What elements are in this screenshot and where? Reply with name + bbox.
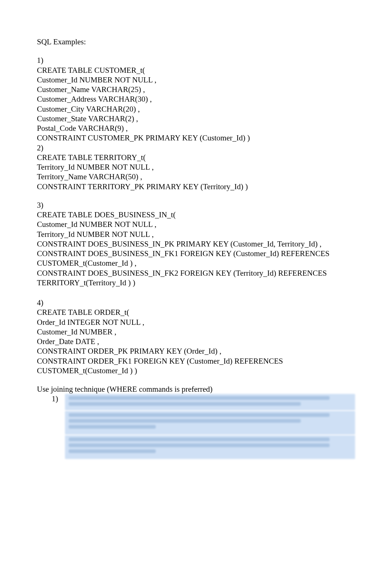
redacted-text-icon <box>65 435 355 459</box>
instruction-line: Use joining technique (WHERE commands is… <box>37 384 355 394</box>
spacer <box>37 288 355 298</box>
section-4-line: Order_Id INTEGER NOT NULL , <box>37 317 355 327</box>
section-3-line: Territory_Id NUMBER NOT NULL , <box>37 229 355 239</box>
section-2-line: CONSTRAINT TERRITORY_PK PRIMARY KEY (Ter… <box>37 182 355 191</box>
section-3-line: CONSTRAINT DOES_BUSINESS_IN_FK1 FOREIGN … <box>37 249 355 268</box>
section-4-num: 4) <box>37 298 355 307</box>
section-3-line: CONSTRAINT DOES_BUSINESS_IN_PK PRIMARY K… <box>37 239 355 249</box>
section-1-line: Customer_State VARCHAR(2) , <box>37 114 355 123</box>
list-item <box>52 435 355 459</box>
section-3-num: 3) <box>37 200 355 210</box>
section-3-line: Customer_Id NUMBER NOT NULL , <box>37 220 355 229</box>
section-1-line: Customer_Id NUMBER NOT NULL , <box>37 75 355 85</box>
section-4-line: CONSTRAINT ORDER_FK1 FOREIGN KEY (Custom… <box>37 356 355 376</box>
section-1-line: Customer_Address VARCHAR(30) , <box>37 94 355 104</box>
redacted-text-icon <box>65 394 355 410</box>
redacted-text-icon <box>65 411 355 435</box>
numbered-list: 1) <box>37 394 355 459</box>
section-4-line: Order_Date DATE , <box>37 337 355 346</box>
list-item: 1) <box>52 394 355 410</box>
doc-title: SQL Examples: <box>37 37 355 47</box>
document-page: SQL Examples: 1) CREATE TABLE CUSTOMER_t… <box>0 0 392 497</box>
list-number: 1) <box>52 394 65 404</box>
section-3-line: CREATE TABLE DOES_BUSINESS_IN_t( <box>37 210 355 220</box>
section-2-line: CREATE TABLE TERRITORY_t( <box>37 153 355 162</box>
section-1-line: CONSTRAINT CUSTOMER_PK PRIMARY KEY (Cust… <box>37 133 355 143</box>
section-1-line: CREATE TABLE CUSTOMER_t( <box>37 65 355 75</box>
section-3-line: CONSTRAINT DOES_BUSINESS_IN_FK2 FOREIGN … <box>37 268 355 288</box>
section-2-line: Territory_Id NUMBER NOT NULL , <box>37 162 355 172</box>
section-2-line: Territory_Name VARCHAR(50) , <box>37 172 355 181</box>
section-4-line: CREATE TABLE ORDER_t( <box>37 307 355 317</box>
section-1-line: Customer_Name VARCHAR(25) , <box>37 85 355 94</box>
section-1-line: Customer_City VARCHAR(20) , <box>37 104 355 114</box>
section-1-num: 1) <box>37 55 355 65</box>
section-4-line: Customer_Id NUMBER , <box>37 327 355 337</box>
section-4-line: CONSTRAINT ORDER_PK PRIMARY KEY (Order_I… <box>37 346 355 356</box>
list-item <box>52 411 355 435</box>
section-1-line: Postal_Code VARCHAR(9) , <box>37 123 355 133</box>
section-2-num: 2) <box>37 143 355 153</box>
